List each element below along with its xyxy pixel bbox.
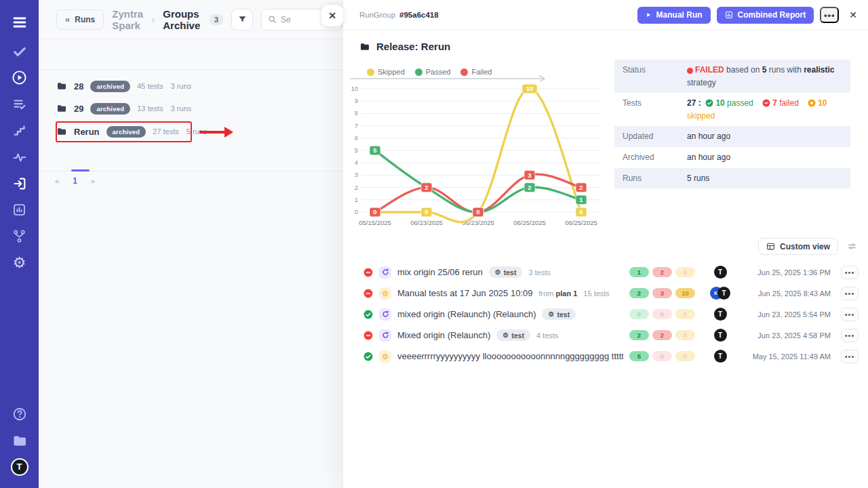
row-more-button[interactable]: ••• <box>841 308 859 321</box>
prev-page-button[interactable]: « <box>55 177 59 185</box>
run-title: mixed origin (Relaunch) (Relaunch) <box>397 309 536 319</box>
run-row[interactable]: veeeerrrrryyyyyyyyyy llooooooooooonnnnng… <box>354 346 859 367</box>
group-name: 28 <box>74 81 83 92</box>
svg-text:9: 9 <box>355 97 358 104</box>
back-to-runs-button[interactable]: « Runs <box>56 9 104 30</box>
avatar: T <box>717 287 730 300</box>
legend-passed[interactable]: Passed <box>415 68 451 76</box>
group-runs-count: 3 runs <box>171 82 192 90</box>
svg-text:06/25/2025: 06/25/2025 <box>513 219 546 226</box>
run-title: mix origin 25/06 rerun <box>397 267 483 277</box>
tests-label: Tests <box>623 97 687 122</box>
breadcrumb-page-title: Groups Archive <box>163 8 201 31</box>
search-icon <box>268 15 277 24</box>
list-divider <box>39 70 342 70</box>
check-icon[interactable] <box>0 38 39 64</box>
runs-trend-chart[interactable]: 01234567891005/15/202506/23/202506/23/20… <box>347 71 606 232</box>
steps-icon[interactable] <box>0 117 39 144</box>
run-row[interactable]: mixed origin (Relaunch) (Relaunch) ⚙test… <box>354 304 859 325</box>
left-panel-header: « Runs Zyntra Spark › Groups Archive 3 <box>39 0 342 39</box>
next-page-button[interactable]: » <box>91 177 95 185</box>
avatar-initial: T <box>11 458 28 476</box>
run-row[interactable]: Mixed origin (Relaunch) ⚙test 4 tests 2 … <box>354 325 859 346</box>
run-avatars: T <box>705 329 735 342</box>
row-more-button[interactable]: ••• <box>841 329 859 342</box>
failed-dot-icon <box>687 68 693 74</box>
folder-icon[interactable] <box>0 427 39 453</box>
rerun-origin-icon <box>379 266 391 279</box>
archived-badge: archived <box>90 103 130 115</box>
table-view-icon <box>766 242 775 251</box>
run-from-plan: from plan 1 <box>538 289 577 298</box>
play-circle-icon[interactable] <box>0 64 39 91</box>
filter-button[interactable] <box>231 9 253 30</box>
rungroup-id: #95a6c418 <box>399 11 439 19</box>
help-icon[interactable] <box>0 401 39 427</box>
active-page-indicator <box>71 169 90 171</box>
archived-badge: archived <box>106 126 146 138</box>
run-row[interactable]: mix origin 25/06 rerun ⚙test 3 tests 1 2… <box>354 262 859 283</box>
groups-count-badge: 3 <box>210 14 223 25</box>
log-in-icon[interactable] <box>0 170 39 197</box>
minus-circle-icon <box>762 99 770 107</box>
svg-text:5: 5 <box>373 146 377 154</box>
run-date: May 15, 2025 11:49 AM <box>741 352 831 361</box>
ellipsis-icon: ••• <box>845 289 855 298</box>
group-row-rerun[interactable]: Rerun archived 27 tests5 runs <box>56 121 207 142</box>
group-tests-count: 45 tests <box>137 82 163 90</box>
page-number[interactable]: 1 <box>73 176 77 186</box>
panel-close-button[interactable]: ✕ <box>321 5 343 26</box>
failed-count-pill: 0 <box>652 309 672 319</box>
bar-chart-icon[interactable] <box>0 197 39 223</box>
runs-list: mix origin 25/06 rerun ⚙test 3 tests 1 2… <box>354 262 859 367</box>
header-actions: Manual Run Combined Report ••• ✕ <box>637 7 857 24</box>
manual-origin-icon <box>379 350 391 363</box>
ellipsis-icon: ••• <box>845 352 855 361</box>
ellipsis-icon: ••• <box>845 268 855 277</box>
breadcrumb-project[interactable]: Zyntra Spark <box>112 8 143 31</box>
detail-close-button[interactable]: ✕ <box>849 9 857 20</box>
run-avatars: T <box>705 350 735 363</box>
play-icon <box>646 12 652 18</box>
settings-gear-icon[interactable]: ⚙ <box>0 249 39 276</box>
sliders-icon[interactable] <box>847 242 857 251</box>
list-check-icon[interactable] <box>0 91 39 117</box>
svg-text:0: 0 <box>355 208 358 216</box>
svg-text:6: 6 <box>355 134 358 142</box>
more-actions-button[interactable]: ••• <box>820 7 839 23</box>
failed-status-icon <box>363 268 373 277</box>
combined-report-button[interactable]: Combined Report <box>717 7 814 24</box>
git-fork-icon[interactable] <box>0 223 39 249</box>
group-name: Rerun <box>74 127 100 137</box>
rungroup-title: Release: Rerun <box>359 41 450 52</box>
user-avatar[interactable]: T <box>0 453 39 480</box>
legend-failed[interactable]: Failed <box>460 68 492 76</box>
run-avatars: KI T <box>705 287 735 300</box>
row-more-button[interactable]: ••• <box>841 287 859 300</box>
custom-view-button[interactable]: Custom view <box>758 238 838 255</box>
run-row[interactable]: Manual tests at 17 Jun 2025 10:09 from p… <box>354 283 859 304</box>
breadcrumb-separator: › <box>152 14 155 25</box>
row-more-button[interactable]: ••• <box>841 350 859 363</box>
failed-status-icon <box>363 331 373 340</box>
avatar: T <box>714 329 727 342</box>
manual-run-button[interactable]: Manual Run <box>637 7 711 24</box>
passed-count-pill: 2 <box>629 288 649 298</box>
row-more-button[interactable]: ••• <box>841 266 859 279</box>
activity-icon[interactable] <box>0 144 39 170</box>
group-row-28[interactable]: 28 archived 45 tests3 runs <box>56 76 191 96</box>
group-runs-count: 3 runs <box>171 104 192 113</box>
passed-dot-icon <box>415 68 422 76</box>
menu-icon[interactable] <box>0 7 39 38</box>
passed-count-pill: 5 <box>629 351 649 361</box>
passed-status-icon <box>363 352 373 361</box>
updated-label: Updated <box>623 130 687 143</box>
group-row-29[interactable]: 29 archived 13 tests3 runs <box>56 98 191 119</box>
svg-text:0: 0 <box>425 208 428 216</box>
svg-text:7: 7 <box>355 122 358 129</box>
skipped-count-pill: 0 <box>675 267 695 277</box>
svg-text:0: 0 <box>579 208 583 216</box>
group-name: 29 <box>74 104 83 114</box>
folder-icon <box>56 103 67 114</box>
legend-skipped[interactable]: Skipped <box>367 68 405 76</box>
